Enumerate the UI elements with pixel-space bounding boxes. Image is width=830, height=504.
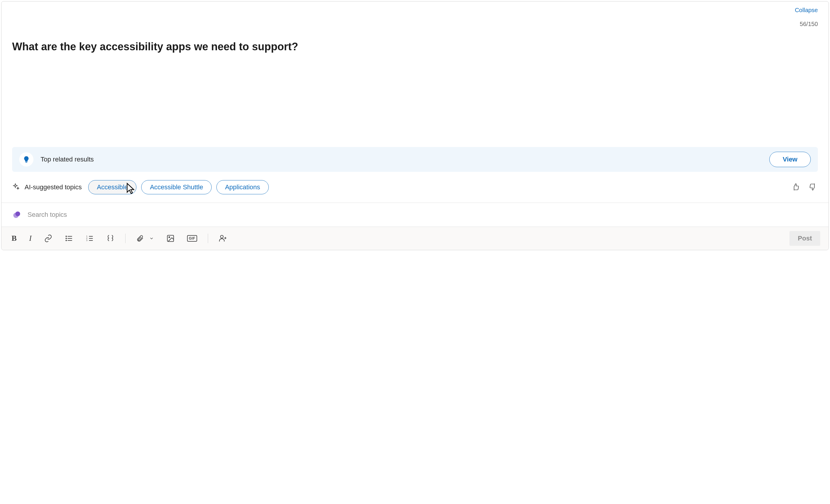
post-button[interactable]: Post (790, 231, 820, 246)
question-title[interactable]: What are the key accessibility apps we n… (12, 40, 818, 53)
sparkle-icon (12, 183, 20, 192)
code-button[interactable] (104, 233, 116, 244)
toolbar-separator (125, 234, 126, 243)
related-results-label: Top related results (40, 156, 762, 163)
svg-text:1: 1 (86, 235, 87, 237)
lightbulb-icon (19, 152, 33, 167)
link-icon (44, 234, 53, 242)
gif-button[interactable]: GIF (185, 233, 199, 243)
header-right: Collapse 56/150 (795, 7, 818, 28)
character-counter: 56/150 (800, 21, 818, 28)
bold-button[interactable]: B (10, 232, 18, 245)
svg-point-6 (66, 236, 67, 237)
thumbs-up-icon (792, 183, 799, 191)
thumbs-down-icon (809, 183, 817, 191)
numbered-list-icon: 1 2 3 (86, 234, 94, 242)
topic-pill-accessible-shuttle[interactable]: Accessible Shuttle (141, 180, 212, 194)
related-results-panel: Top related results View (12, 147, 818, 172)
topic-pill-applications[interactable]: Applications (216, 180, 269, 194)
svg-point-8 (66, 240, 67, 241)
italic-button[interactable]: I (27, 232, 33, 245)
paperclip-icon (136, 235, 144, 242)
view-button[interactable]: View (769, 152, 811, 167)
mention-people-button[interactable] (217, 233, 229, 244)
header-row: Collapse 56/150 (12, 7, 818, 28)
search-topics-input[interactable] (28, 211, 818, 219)
svg-point-16 (169, 237, 170, 238)
gif-icon: GIF (187, 235, 197, 242)
thumbs-down-button[interactable] (808, 182, 818, 193)
feedback-group (791, 182, 818, 193)
svg-text:3: 3 (86, 239, 87, 241)
topic-pill-accessible[interactable]: Accessible (88, 180, 136, 194)
search-topics-row (1, 203, 829, 227)
svg-rect-0 (26, 162, 28, 163)
code-icon (106, 234, 115, 242)
bullet-list-icon (65, 234, 73, 242)
ai-suggested-row: AI-suggested topics Accessible Accessibl… (12, 180, 818, 194)
header-area: Collapse 56/150 What are the key accessi… (1, 1, 829, 53)
ai-suggested-label: AI-suggested topics (25, 183, 82, 191)
attachment-dropdown[interactable] (148, 234, 156, 242)
viva-topics-icon (12, 210, 22, 220)
chevron-down-icon (149, 236, 154, 241)
svg-point-17 (220, 235, 223, 238)
toolbar-separator (208, 234, 208, 243)
formatting-toolbar: B I 1 2 3 (1, 227, 829, 250)
svg-point-2 (15, 211, 20, 216)
svg-point-7 (66, 238, 67, 239)
attachment-button[interactable] (134, 233, 146, 244)
bold-icon: B (11, 234, 17, 243)
bullet-list-button[interactable] (63, 233, 75, 244)
italic-icon: I (29, 234, 32, 243)
image-button[interactable] (165, 233, 177, 244)
link-button[interactable] (42, 233, 54, 244)
svg-text:2: 2 (86, 237, 87, 239)
people-add-icon (219, 234, 227, 242)
compose-window: Collapse 56/150 What are the key accessi… (1, 1, 829, 250)
collapse-link[interactable]: Collapse (795, 7, 818, 13)
thumbs-up-button[interactable] (791, 182, 801, 193)
numbered-list-button[interactable]: 1 2 3 (84, 233, 96, 244)
image-icon (166, 234, 174, 242)
